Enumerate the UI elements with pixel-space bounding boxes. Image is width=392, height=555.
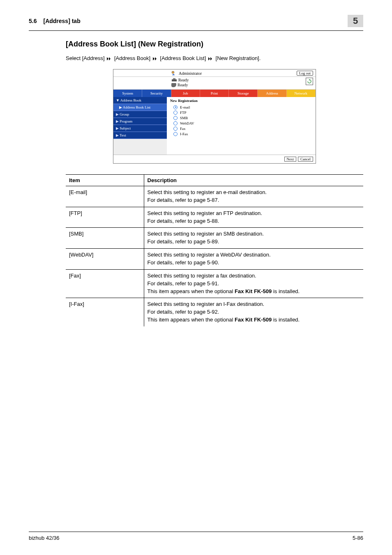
- page-header: 5.6 [Address] tab 5: [29, 15, 363, 31]
- tab-storage[interactable]: Storage: [229, 90, 258, 97]
- admin-icon: [171, 71, 177, 76]
- radio-option[interactable]: FTP: [170, 110, 312, 115]
- printer-icon: [171, 78, 177, 83]
- table-row: [WebDAV]Select this setting to register …: [66, 249, 363, 270]
- page-footer: bizhub 42/36 5-86: [29, 532, 363, 541]
- page-title: [Address Book List] (New Registration): [66, 40, 363, 49]
- svg-marker-2: [153, 57, 154, 60]
- sidebar-item-program[interactable]: ▶ Program: [113, 118, 167, 125]
- cell-item: [E-mail]: [66, 186, 144, 207]
- svg-rect-7: [172, 79, 177, 81]
- footer-right: 5-86: [353, 535, 363, 541]
- next-button[interactable]: Next: [284, 157, 297, 162]
- radio-icon: [173, 105, 178, 109]
- cell-description: Select this setting to register a WebDAV…: [144, 249, 363, 270]
- cell-description: Select this setting to register an SMB d…: [144, 228, 363, 249]
- radio-option[interactable]: Fax: [170, 126, 312, 131]
- sidebar-item-addressbook[interactable]: ▼ Address Book: [113, 97, 167, 104]
- refresh-icon: [307, 79, 312, 84]
- sidebar-item-addressbooklist[interactable]: ▶ Address Book List: [113, 104, 167, 111]
- refresh-button[interactable]: [306, 78, 313, 85]
- scanner-icon: [171, 83, 176, 87]
- radio-option[interactable]: E-mail: [170, 104, 312, 110]
- cell-item: [Fax]: [66, 269, 144, 298]
- tabs-row: System Security Job Print Storage Addres…: [113, 90, 316, 97]
- chapter-number: 5: [348, 15, 363, 27]
- cell-description: Select this setting to register an e-mai…: [144, 186, 363, 207]
- radio-icon: [173, 121, 178, 125]
- cell-description: Select this setting to register an I-Fax…: [144, 298, 363, 326]
- tab-job[interactable]: Job: [171, 90, 200, 97]
- section-label: [Address] tab: [43, 18, 80, 24]
- radio-label: SMB: [180, 116, 188, 120]
- sidebar-item-subject[interactable]: ▶ Subject: [113, 125, 167, 132]
- footer-left: bizhub 42/36: [29, 535, 59, 541]
- radio-option[interactable]: I-Fax: [170, 131, 312, 136]
- radio-label: WebDAV: [180, 121, 194, 125]
- tab-security[interactable]: Security: [142, 90, 171, 97]
- admin-label: Administrator: [179, 71, 202, 76]
- status-text-2: Ready: [178, 83, 188, 88]
- radio-label: E-mail: [180, 105, 190, 109]
- description-table: Item Description [E-mail]Select this set…: [66, 174, 363, 326]
- radio-icon: [173, 132, 178, 136]
- svg-marker-5: [210, 57, 212, 60]
- svg-rect-8: [173, 78, 175, 79]
- radio-icon: [173, 127, 178, 131]
- svg-marker-3: [155, 57, 157, 60]
- tab-network[interactable]: Network: [287, 90, 316, 97]
- logout-button[interactable]: Log out: [297, 71, 313, 76]
- table-row: [FTP]Select this setting to register an …: [66, 207, 363, 228]
- tab-address[interactable]: Address: [258, 90, 286, 97]
- table-row: [I-Fax]Select this setting to register a…: [66, 298, 363, 326]
- radio-icon: [173, 116, 178, 120]
- svg-point-6: [172, 71, 174, 74]
- sidebar-item-text[interactable]: ▶ Text: [113, 132, 167, 139]
- th-description: Description: [144, 175, 363, 186]
- sidebar: ▼ Address Book ▶ Address Book List ▶ Gro…: [113, 97, 167, 155]
- cell-description: Select this setting to register a fax de…: [144, 269, 363, 298]
- radio-icon: [173, 111, 178, 115]
- radio-label: Fax: [180, 127, 186, 131]
- th-item: Item: [66, 175, 144, 186]
- svg-marker-4: [208, 57, 210, 60]
- tab-print[interactable]: Print: [200, 90, 229, 97]
- breadcrumb: Select [Address] [Address Book] [Address…: [66, 55, 363, 62]
- cell-item: [SMB]: [66, 228, 144, 249]
- cancel-button[interactable]: Cancel: [298, 157, 313, 162]
- content-header: New Registration: [170, 99, 312, 103]
- cell-description: Select this setting to register an FTP d…: [144, 207, 363, 228]
- radio-label: FTP: [180, 111, 187, 115]
- status-text-1: Ready: [178, 78, 189, 83]
- radio-option[interactable]: SMB: [170, 115, 312, 120]
- cell-item: [FTP]: [66, 207, 144, 228]
- table-row: [SMB]Select this setting to register an …: [66, 228, 363, 249]
- app-screenshot: Administrator Log out Ready: [113, 69, 316, 164]
- cell-item: [I-Fax]: [66, 298, 144, 326]
- svg-marker-0: [107, 57, 108, 60]
- radio-option[interactable]: WebDAV: [170, 120, 312, 126]
- tab-system[interactable]: System: [113, 90, 142, 97]
- table-row: [E-mail]Select this setting to register …: [66, 186, 363, 207]
- svg-marker-1: [109, 57, 111, 60]
- content-main: New Registration E-mailFTPSMBWebDAVFaxI-…: [167, 97, 316, 155]
- radio-label: I-Fax: [180, 132, 188, 136]
- section-number: 5.6: [29, 18, 37, 24]
- sidebar-item-group[interactable]: ▶ Group: [113, 111, 167, 118]
- table-row: [Fax]Select this setting to register a f…: [66, 269, 363, 298]
- cell-item: [WebDAV]: [66, 249, 144, 270]
